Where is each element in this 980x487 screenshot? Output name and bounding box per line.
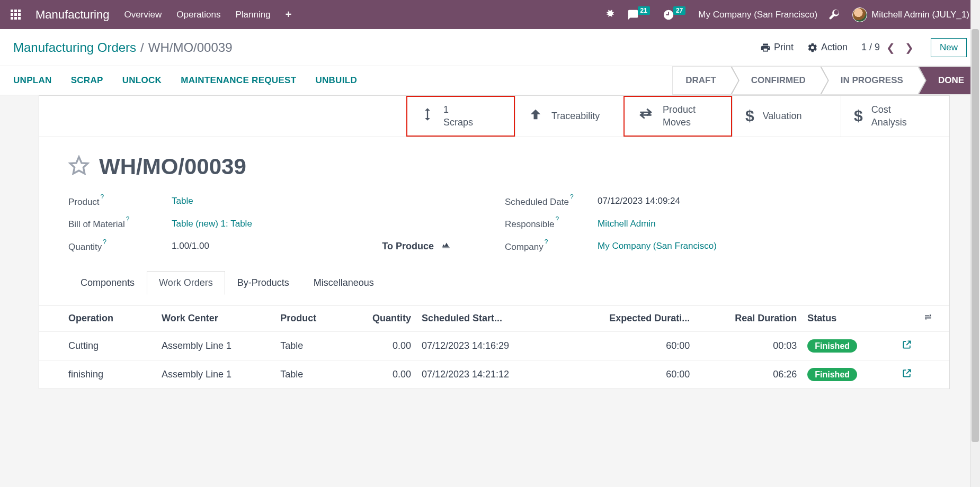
pager-prev[interactable]: ❮	[883, 41, 898, 54]
exchange-icon	[637, 106, 654, 127]
cell-operation: finishing	[39, 360, 156, 389]
arrow-up-icon	[528, 107, 543, 125]
responsible-value[interactable]: Mitchell Admin	[598, 219, 656, 229]
action-maintenance-request[interactable]: MAINTENANCE REQUEST	[181, 75, 296, 86]
nav-planning[interactable]: Planning	[235, 10, 270, 20]
cell-scheduled-start: 07/12/2023 14:16:29	[416, 331, 561, 360]
chart-icon[interactable]	[440, 240, 452, 252]
nav-overview[interactable]: Overview	[124, 10, 162, 20]
brand-title[interactable]: Manufacturing	[35, 8, 109, 22]
breadcrumb-parent[interactable]: Manufacturing Orders	[13, 40, 136, 55]
action-unlock[interactable]: UNLOCK	[122, 75, 162, 86]
quantity-value: 1.00/1.00	[172, 241, 209, 251]
user-name: Mitchell Admin (JULY_1)	[871, 10, 969, 20]
cell-product: Table	[275, 360, 344, 389]
status-in-progress[interactable]: IN PROGRESS	[821, 66, 918, 95]
messages-badge: 21	[638, 6, 650, 15]
company-value[interactable]: My Company (San Francisco)	[598, 241, 717, 251]
scraps-count: 1	[443, 103, 473, 116]
cell-scheduled-start: 07/12/2023 14:21:12	[416, 360, 561, 389]
company-switcher[interactable]: My Company (San Francisco)	[698, 10, 817, 20]
help-icon[interactable]: ?	[556, 215, 559, 223]
nav-add[interactable]: +	[286, 8, 292, 21]
breadcrumb: Manufacturing Orders / WH/MO/00039	[13, 40, 233, 55]
cell-operation: Cutting	[39, 331, 156, 360]
messages-icon[interactable]: 21	[627, 9, 651, 21]
external-link-icon[interactable]	[902, 370, 912, 381]
cell-quantity: 0.00	[344, 331, 416, 360]
col-product[interactable]: Product	[275, 305, 344, 332]
col-status[interactable]: Status	[802, 305, 891, 332]
bug-icon[interactable]	[605, 8, 616, 21]
new-button[interactable]: New	[931, 38, 967, 57]
stat-valuation[interactable]: $ Valuation	[732, 96, 841, 137]
tab-components[interactable]: Components	[68, 271, 147, 295]
quantity-label: Quantity?	[68, 240, 172, 252]
stat-cost-analysis[interactable]: $ Cost Analysis	[841, 96, 949, 137]
status-bar: UNPLAN SCRAP UNLOCK MAINTENANCE REQUEST …	[0, 66, 980, 95]
status-confirmed[interactable]: CONFIRMED	[731, 66, 821, 95]
table-row[interactable]: finishing Assembly Line 1 Table 0.00 07/…	[39, 360, 949, 389]
stat-product-moves[interactable]: Product Moves	[623, 96, 732, 137]
status-draft[interactable]: DRAFT	[672, 66, 731, 95]
tab-work-orders[interactable]: Work Orders	[147, 271, 225, 295]
stat-scraps[interactable]: 1 Scraps	[406, 96, 515, 137]
nav-operations[interactable]: Operations	[176, 10, 220, 20]
product-value[interactable]: Table	[172, 196, 193, 206]
status-steps: DRAFT CONFIRMED IN PROGRESS DONE	[672, 66, 980, 95]
action-unbuild[interactable]: UNBUILD	[315, 75, 357, 86]
cell-expected-duration: 60:00	[561, 331, 696, 360]
help-icon[interactable]: ?	[103, 238, 106, 246]
bom-value[interactable]: Table (new) 1: Table	[172, 219, 252, 229]
cell-work-center: Assembly Line 1	[156, 360, 275, 389]
traceability-label: Traceability	[551, 110, 600, 122]
topbar: Manufacturing Overview Operations Planni…	[0, 0, 980, 29]
col-scheduled-start[interactable]: Scheduled Start...	[416, 305, 561, 332]
work-orders-table: Operation Work Center Product Quantity S…	[39, 305, 949, 389]
valuation-label: Valuation	[763, 110, 802, 122]
table-row[interactable]: Cutting Assembly Line 1 Table 0.00 07/12…	[39, 331, 949, 360]
cell-quantity: 0.00	[344, 360, 416, 389]
responsible-label: Responsible?	[505, 218, 598, 230]
col-expected-duration[interactable]: Expected Durati...	[561, 305, 696, 332]
activities-badge: 27	[673, 6, 685, 15]
help-icon[interactable]: ?	[570, 193, 574, 201]
activities-icon[interactable]: 27	[663, 9, 687, 21]
svg-point-1	[930, 314, 931, 316]
col-operation[interactable]: Operation	[39, 305, 156, 332]
cell-product: Table	[275, 331, 344, 360]
help-icon[interactable]: ?	[126, 215, 130, 223]
cell-real-duration: 06:26	[695, 360, 802, 389]
col-real-duration[interactable]: Real Duration	[695, 305, 802, 332]
pager-text[interactable]: 1 / 9	[861, 42, 880, 53]
tab-miscellaneous[interactable]: Miscellaneous	[301, 271, 386, 295]
star-icon[interactable]	[68, 155, 90, 178]
cell-status: Finished	[802, 331, 891, 360]
help-icon[interactable]: ?	[545, 238, 548, 246]
adjust-columns-icon[interactable]	[923, 313, 933, 323]
print-button[interactable]: Print	[760, 42, 794, 53]
stat-buttons: 1 Scraps Traceability Product Moves $ Va…	[39, 96, 949, 137]
arrows-vertical-icon	[420, 105, 435, 127]
user-menu[interactable]: Mitchell Admin (JULY_1)	[852, 7, 969, 22]
tab-by-products[interactable]: By-Products	[225, 271, 301, 295]
action-label: Action	[821, 42, 848, 53]
bom-label: Bill of Material?	[68, 218, 172, 230]
tools-icon[interactable]	[829, 8, 841, 21]
help-icon[interactable]: ?	[101, 193, 104, 201]
col-quantity[interactable]: Quantity	[344, 305, 416, 332]
action-scrap[interactable]: SCRAP	[71, 75, 103, 86]
external-link-icon[interactable]	[902, 341, 912, 352]
cell-real-duration: 00:03	[695, 331, 802, 360]
company-label: Company?	[505, 240, 598, 252]
apps-icon[interactable]	[11, 10, 21, 20]
breadcrumb-sep: /	[140, 40, 144, 55]
svg-point-2	[925, 318, 927, 320]
product-label: Product?	[68, 195, 172, 208]
scrollbar[interactable]	[970, 0, 980, 487]
col-work-center[interactable]: Work Center	[156, 305, 275, 332]
stat-traceability[interactable]: Traceability	[515, 96, 623, 137]
action-unplan[interactable]: UNPLAN	[13, 75, 52, 86]
action-button[interactable]: Action	[807, 42, 848, 53]
pager-next[interactable]: ❯	[902, 41, 917, 54]
